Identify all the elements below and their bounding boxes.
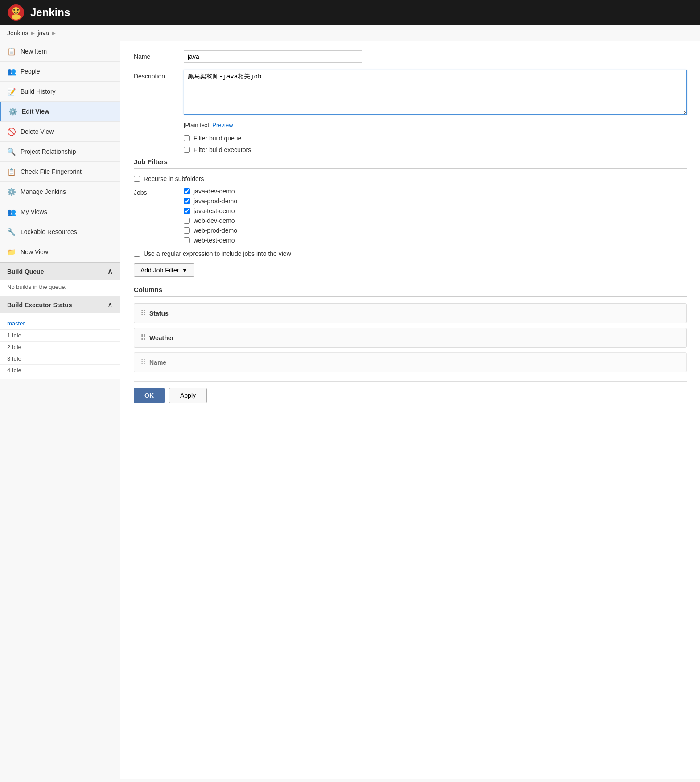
name-label: Name [134, 50, 178, 60]
column-name-label: Name [149, 359, 166, 366]
sidebar-link-project-relationship[interactable]: 🔍 Project Relationship [0, 142, 120, 161]
regex-checkbox[interactable] [134, 251, 140, 257]
build-history-icon: 📝 [7, 87, 16, 96]
filter-build-executors-checkbox[interactable] [184, 147, 190, 153]
check-file-fingerprint-icon: 📋 [7, 167, 16, 176]
sidebar-label-build-history: Build History [21, 88, 56, 95]
sidebar-link-delete-view[interactable]: 🚫 Delete View [0, 122, 120, 141]
job-checkbox-web-prod-demo[interactable] [184, 227, 190, 234]
recurse-row: Recurse in subfolders [134, 175, 687, 182]
preview-link[interactable]: Preview [212, 122, 233, 128]
job-checkbox-web-test-demo[interactable] [184, 237, 190, 243]
sidebar-link-my-views[interactable]: 👥 My Views [0, 202, 120, 222]
sidebar-item-new-view[interactable]: 📁 New View [0, 242, 120, 262]
filter-build-executors-label: Filter build executors [194, 146, 251, 153]
breadcrumb-jenkins[interactable]: Jenkins [7, 29, 28, 37]
build-queue-empty: No builds in the queue. [7, 284, 66, 290]
build-queue-title: Build Queue [7, 268, 44, 275]
column-weather-label: Weather [149, 334, 174, 342]
sidebar-label-manage-jenkins: Manage Jenkins [21, 188, 66, 195]
job-item-java-prod-demo: java-prod-demo [184, 198, 237, 205]
svg-point-4 [17, 9, 19, 11]
executor-master[interactable]: master [7, 320, 25, 327]
people-icon: 👥 [7, 67, 16, 76]
filter-build-queue-label: Filter build queue [194, 135, 241, 142]
breadcrumb: Jenkins ▶ java ▶ [0, 25, 700, 41]
sidebar-item-my-views[interactable]: 👥 My Views [0, 202, 120, 222]
column-card-weather-title: ⠿ Weather [140, 333, 680, 342]
sidebar-label-project-relationship: Project Relationship [21, 148, 76, 155]
sidebar: 📋 New Item 👥 People 📝 Build History ⚙️ [0, 41, 120, 779]
sidebar-item-delete-view[interactable]: 🚫 Delete View [0, 122, 120, 142]
sidebar-label-my-views: My Views [21, 208, 47, 215]
executor-row-4: 4 Idle [0, 364, 120, 376]
build-queue-header[interactable]: Build Queue ∧ [0, 263, 120, 280]
footer: CSDN @Ybb_studyRecord [0, 779, 700, 782]
column-card-status-title: ⠿ Status [140, 309, 680, 317]
sidebar-link-people[interactable]: 👥 People [0, 62, 120, 81]
job-label-java-dev-demo: java-dev-demo [194, 188, 235, 195]
sidebar-link-check-file-fingerprint[interactable]: 📋 Check File Fingerprint [0, 162, 120, 181]
sidebar-label-delete-view: Delete View [21, 128, 54, 135]
sidebar-item-build-history[interactable]: 📝 Build History [0, 82, 120, 102]
job-item-web-dev-demo: web-dev-demo [184, 217, 237, 224]
sidebar-item-manage-jenkins[interactable]: ⚙️ Manage Jenkins [0, 182, 120, 202]
ok-button[interactable]: OK [134, 388, 165, 403]
recurse-label: Recurse in subfolders [144, 175, 204, 182]
add-job-filter-button[interactable]: Add Job Filter ▼ [134, 263, 194, 277]
sidebar-link-build-history[interactable]: 📝 Build History [0, 82, 120, 101]
sidebar-item-check-file-fingerprint[interactable]: 📋 Check File Fingerprint [0, 162, 120, 182]
name-row: Name [134, 50, 687, 63]
executor-row-1: 1 Idle [0, 329, 120, 341]
main-layout: 📋 New Item 👥 People 📝 Build History ⚙️ [0, 41, 700, 779]
weather-drag-handle[interactable]: ⠿ [140, 333, 146, 342]
build-executor-header: Build Executor Status ∧ [0, 296, 120, 313]
jobs-filter-row: Jobs java-dev-demo java-prod-demo java-t… [134, 188, 687, 244]
job-checkbox-java-test-demo[interactable] [184, 208, 190, 214]
recurse-checkbox[interactable] [134, 176, 140, 182]
add-job-filter-label: Add Job Filter [140, 267, 179, 274]
sidebar-link-new-view[interactable]: 📁 New View [0, 242, 120, 262]
new-view-icon: 📁 [7, 247, 16, 256]
job-checkbox-java-dev-demo[interactable] [184, 188, 190, 194]
sidebar-item-new-item[interactable]: 📋 New Item [0, 41, 120, 62]
app-title: Jenkins [30, 6, 70, 19]
jobs-label: Jobs [134, 188, 178, 196]
columns-title: Columns [134, 286, 687, 297]
sidebar-label-check-file-fingerprint: Check File Fingerprint [21, 168, 82, 175]
column-card-name-title: ⠿ Name [140, 358, 680, 366]
job-item-java-dev-demo: java-dev-demo [184, 188, 237, 195]
sidebar-nav: 📋 New Item 👥 People 📝 Build History ⚙️ [0, 41, 120, 262]
breadcrumb-java[interactable]: java [37, 29, 49, 37]
jenkins-logo [7, 4, 25, 21]
filter-build-queue-checkbox[interactable] [184, 135, 190, 141]
job-label-web-test-demo: web-test-demo [194, 237, 235, 244]
name-drag-handle[interactable]: ⠿ [140, 358, 146, 366]
description-textarea[interactable]: 黑马架构师-java相关job [184, 70, 687, 115]
job-checkbox-java-prod-demo[interactable] [184, 198, 190, 204]
apply-button[interactable]: Apply [169, 388, 207, 403]
build-queue-body: No builds in the queue. [0, 280, 120, 296]
sidebar-label-new-item: New Item [21, 48, 47, 55]
sidebar-item-edit-view[interactable]: ⚙️ Edit View [0, 102, 120, 122]
breadcrumb-sep-2: ▶ [52, 30, 56, 36]
manage-jenkins-icon: ⚙️ [7, 187, 16, 196]
sidebar-item-lockable-resources[interactable]: 🔧 Lockable Resources [0, 222, 120, 242]
build-queue-section: Build Queue ∧ No builds in the queue. [0, 262, 120, 296]
column-card-status: ⠿ Status [134, 303, 687, 323]
my-views-icon: 👥 [7, 207, 16, 216]
sidebar-link-manage-jenkins[interactable]: ⚙️ Manage Jenkins [0, 182, 120, 202]
build-executor-title[interactable]: Build Executor Status [7, 301, 72, 309]
sidebar-label-people: People [21, 68, 40, 75]
sidebar-link-edit-view[interactable]: ⚙️ Edit View [0, 102, 120, 121]
sidebar-label-edit-view: Edit View [22, 108, 49, 115]
sidebar-link-lockable-resources[interactable]: 🔧 Lockable Resources [0, 222, 120, 242]
job-checkbox-web-dev-demo[interactable] [184, 218, 190, 224]
sidebar-item-people[interactable]: 👥 People [0, 62, 120, 82]
status-drag-handle[interactable]: ⠿ [140, 309, 146, 317]
sidebar-link-new-item[interactable]: 📋 New Item [0, 41, 120, 61]
regex-row: Use a regular expression to include jobs… [134, 250, 687, 257]
name-input[interactable] [184, 50, 362, 63]
sidebar-item-project-relationship[interactable]: 🔍 Project Relationship [0, 142, 120, 162]
executor-row-3: 3 Idle [0, 353, 120, 364]
